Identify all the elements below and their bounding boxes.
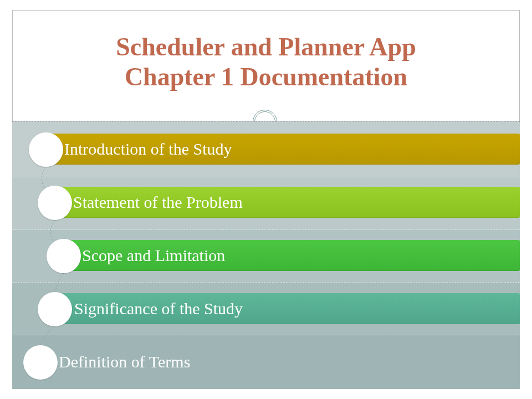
bullet-circle-icon [29, 132, 63, 167]
hierarchy-list: Introduction of the Study Statement of t… [12, 121, 520, 389]
bullet-circle-icon [38, 292, 72, 326]
item-label: Statement of the Problem [73, 187, 243, 218]
bullet-circle-icon [47, 239, 81, 273]
title-line-2: Chapter 1 Documentation [125, 63, 407, 91]
item-label: Significance of the Study [74, 293, 243, 324]
slide-title: Scheduler and Planner App Chapter 1 Docu… [0, 32, 532, 93]
title-line-1: Scheduler and Planner App [116, 33, 416, 61]
bullet-circle-icon [38, 186, 72, 220]
item-label: Introduction of the Study [64, 134, 232, 165]
bullet-circle-icon [23, 345, 58, 380]
item-label: Scope and Limitation [82, 240, 225, 271]
item-label: Definition of Terms [59, 346, 190, 377]
